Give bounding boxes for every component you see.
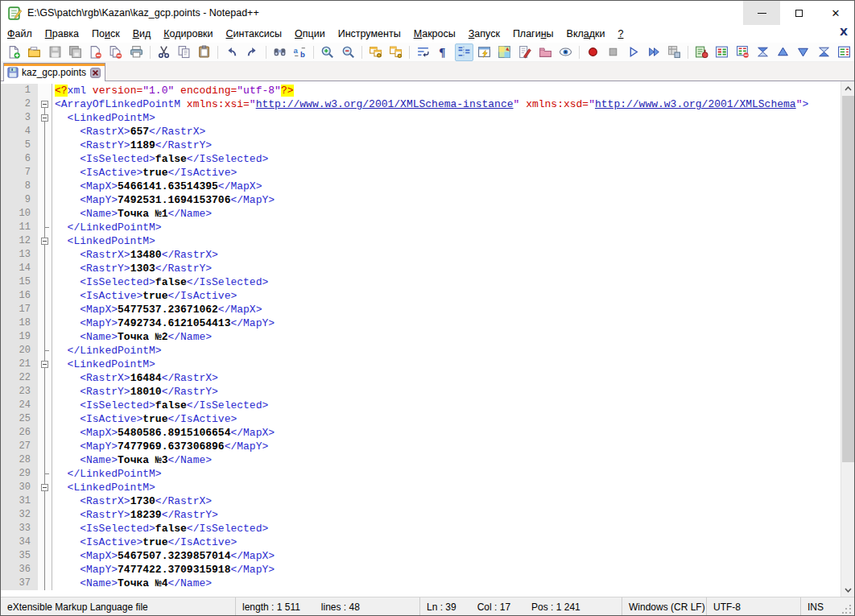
code-line[interactable]: 12 <LinkedPointM> (1, 234, 841, 248)
define-language-button[interactable] (475, 43, 494, 61)
new-file-button[interactable] (5, 43, 23, 61)
sync-horizontal-scroll-button[interactable] (386, 43, 405, 61)
code-line[interactable]: 24 <IsSelected>false</IsSelected> (1, 399, 841, 412)
resize-grip-icon[interactable] (842, 605, 853, 615)
copy-button[interactable] (175, 43, 193, 61)
code-line[interactable]: 27 <MapY>7477969.637306896</MapY> (1, 440, 841, 453)
fold-margin[interactable] (38, 358, 52, 371)
replace-button[interactable]: ab (291, 43, 309, 61)
compare-options-button[interactable] (835, 43, 853, 61)
menu-item[interactable]: Поиск (85, 26, 126, 42)
word-wrap-button[interactable] (414, 43, 432, 61)
cut-button[interactable] (155, 43, 173, 61)
code-line[interactable]: 14 <RastrY>1303</RastrY> (1, 262, 841, 275)
code-line[interactable]: 18 <MapY>7492734.6121054413</MapY> (1, 316, 841, 330)
code-line[interactable]: 5 <RastrY>1189</RastrY> (1, 138, 841, 152)
monitoring-button[interactable] (556, 43, 575, 61)
code-line[interactable]: 8 <MapX>5466141.63514395</MapX> (1, 180, 841, 193)
menu-item[interactable]: Правка (39, 26, 85, 42)
goto-last-diff-button[interactable] (814, 43, 832, 61)
tab-kaz-gcp-points[interactable]: kaz_gcp.points (3, 63, 105, 81)
fold-collapse-box[interactable] (41, 361, 48, 368)
fold-margin[interactable] (38, 111, 52, 125)
compare-clear-button[interactable] (733, 43, 751, 61)
code-line[interactable]: 19 <Name>Точка №2</Name> (1, 330, 841, 344)
macro-save-button[interactable] (665, 43, 684, 61)
fold-margin[interactable] (38, 97, 52, 111)
macro-record-button[interactable] (584, 43, 602, 61)
menu-item[interactable]: Вкладки (560, 26, 612, 42)
code-line[interactable]: 7 <IsActive>true</IsActive> (1, 166, 841, 180)
folder-as-workspace-button[interactable] (535, 43, 554, 61)
code-line[interactable]: 2<ArrayOfLinkedPointM xmlns:xsi="http://… (1, 97, 841, 111)
code-line[interactable]: 29 </LinkedPointM> (1, 467, 841, 481)
menu-item[interactable]: Файл (1, 26, 39, 42)
menu-item[interactable]: Инструменты (332, 26, 407, 42)
close-button[interactable]: ✕ (817, 1, 854, 25)
code-line[interactable]: 22 <RastrX>16484</RastrX> (1, 371, 841, 385)
fold-collapse-box[interactable] (41, 484, 48, 491)
code-line[interactable]: 36 <MapY>7477422.3709315918</MapY> (1, 563, 841, 577)
code-line[interactable]: 6 <IsSelected>false</IsSelected> (1, 152, 841, 166)
fold-margin[interactable] (38, 481, 52, 494)
code-line[interactable]: 30 <LinkedPointM> (1, 481, 841, 494)
scroll-down-arrow-icon[interactable] (841, 583, 854, 597)
code-line[interactable]: 9 <MapY>7492531.1694153706</MapY> (1, 193, 841, 207)
code-line[interactable]: 16 <IsActive>true</IsActive> (1, 289, 841, 303)
code-line[interactable]: 4 <RastrX>657</RastrX> (1, 125, 841, 138)
find-button[interactable] (271, 43, 289, 61)
status-encoding[interactable]: UTF-8 (707, 597, 801, 616)
menu-item[interactable]: Макросы (407, 26, 462, 42)
code-line[interactable]: 35 <MapX>5467507.3239857014</MapX> (1, 549, 841, 563)
menu-item[interactable]: Вид (126, 26, 158, 42)
menu-item[interactable]: Опции (288, 26, 332, 42)
code-line[interactable]: 17 <MapX>5477537.23671062</MapX> (1, 303, 841, 316)
code-line[interactable]: 20 </LinkedPointM> (1, 344, 841, 358)
code-line[interactable]: 15 <IsSelected>false</IsSelected> (1, 275, 841, 289)
zoom-in-button[interactable] (318, 43, 337, 61)
macro-stop-button[interactable] (604, 43, 622, 61)
redo-button[interactable] (243, 43, 262, 61)
macro-play-button[interactable] (624, 43, 642, 61)
editor-pane[interactable]: 1<?xml version="1.0" encoding="utf-8"?>2… (1, 81, 854, 597)
fold-collapse-box[interactable] (41, 114, 48, 122)
close-doc-button[interactable] (86, 43, 105, 61)
status-eol-format[interactable]: Windows (CR LF) (622, 597, 707, 616)
menu-item[interactable]: Синтаксисы (220, 26, 289, 42)
status-insert-mode[interactable]: INS (801, 597, 844, 616)
code-line[interactable]: 37 <Name>Точка №4</Name> (1, 577, 841, 590)
scrollbar-thumb[interactable] (842, 96, 854, 462)
code-line[interactable]: 13 <RastrX>13480</RastrX> (1, 248, 841, 262)
function-list-button[interactable] (515, 43, 534, 61)
code-line[interactable]: 21 <LinkedPointM> (1, 358, 841, 371)
code-line[interactable]: 33 <IsSelected>false</IsSelected> (1, 522, 841, 535)
fold-collapse-box[interactable] (41, 238, 48, 245)
macro-run-multiple-button[interactable] (645, 43, 663, 61)
code-line[interactable]: 32 <RastrY>18239</RastrY> (1, 508, 841, 522)
fold-margin[interactable] (38, 234, 52, 248)
menu-item[interactable]: Кодировки (157, 26, 219, 42)
code-line[interactable]: 10 <Name>Точка №1</Name> (1, 207, 841, 221)
code-line[interactable]: 26 <MapX>5480586.8915106654</MapX> (1, 426, 841, 440)
open-file-button[interactable] (25, 43, 43, 61)
goto-prev-diff-button[interactable] (774, 43, 792, 61)
sync-vertical-scroll-button[interactable] (366, 43, 385, 61)
code-line[interactable]: 1<?xml version="1.0" encoding="utf-8"?> (1, 84, 841, 97)
menu-item[interactable]: Плагины (506, 26, 560, 42)
save-all-button[interactable] (66, 43, 85, 61)
show-all-characters-button[interactable]: ¶ (434, 43, 452, 61)
zoom-out-button[interactable] (338, 43, 357, 61)
menu-item[interactable]: Запуск (462, 26, 506, 42)
code-area[interactable]: 1<?xml version="1.0" encoding="utf-8"?>2… (1, 84, 841, 590)
tab-close-icon[interactable] (90, 68, 101, 78)
menu-item[interactable]: ? (612, 26, 630, 42)
document-close-button[interactable]: X (840, 26, 848, 38)
code-line[interactable]: 34 <IsActive>true</IsActive> (1, 535, 841, 549)
compare-set-first-button[interactable] (692, 43, 711, 61)
code-line[interactable]: 25 <IsActive>true</IsActive> (1, 412, 841, 426)
minimize-button[interactable] (743, 1, 780, 25)
show-indent-guide-button[interactable] (455, 43, 473, 61)
save-button[interactable] (45, 43, 64, 61)
document-map-button[interactable] (495, 43, 514, 61)
paste-button[interactable] (195, 43, 213, 61)
